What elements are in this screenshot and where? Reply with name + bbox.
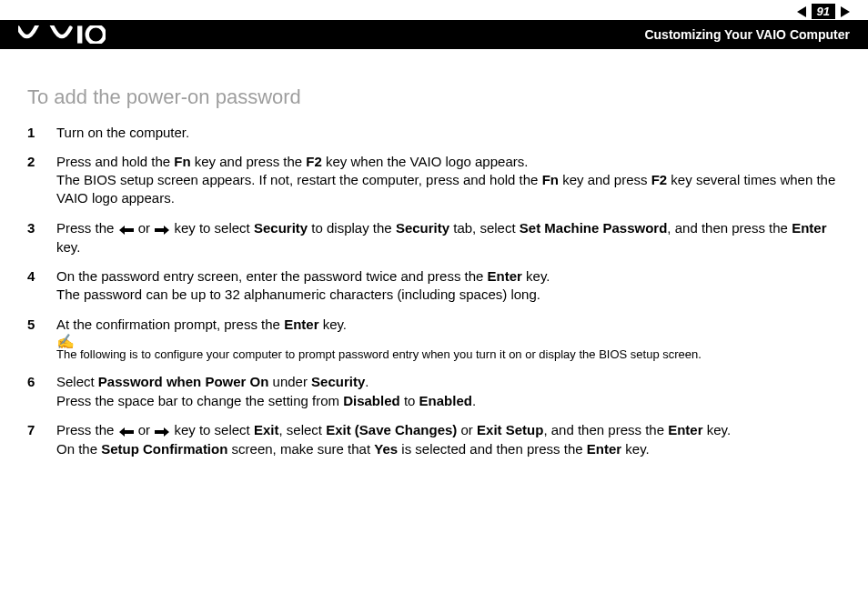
svg-marker-3 xyxy=(155,226,169,235)
key-enter: Enter xyxy=(488,268,522,284)
step-text: On the password entry screen, enter the … xyxy=(56,268,488,284)
step-text: The BIOS setup screen appears. If not, r… xyxy=(56,172,542,187)
header-bar: Customizing Your VAIO Computer xyxy=(0,20,868,49)
step-text: key to select xyxy=(170,422,254,437)
step-text: The password can be up to 32 alphanumeri… xyxy=(56,286,540,302)
step-text: , and then press the xyxy=(543,422,668,437)
page-header: 91 Customizing Your VAIO Computer xyxy=(0,0,868,56)
step-text: Select xyxy=(56,374,98,389)
svg-marker-5 xyxy=(155,427,169,437)
key-enter: Enter xyxy=(284,317,318,332)
svg-marker-4 xyxy=(119,427,134,437)
step-text: Press the xyxy=(56,422,118,437)
step-text: , select xyxy=(278,422,326,437)
step-text: key and press the xyxy=(191,154,307,169)
bold-set-machine-password: Set Machine Password xyxy=(520,220,668,236)
step-text: or xyxy=(457,422,477,437)
step-text: key when the VAIO logo appears. xyxy=(322,154,529,169)
step-4: On the password entry screen, enter the … xyxy=(27,267,841,305)
step-text: Press the space bar to change the settin… xyxy=(56,393,343,408)
key-f2: F2 xyxy=(306,154,322,169)
step-text: key. xyxy=(703,422,732,437)
nav-prev-icon[interactable] xyxy=(797,6,806,17)
key-enter: Enter xyxy=(792,220,826,236)
step-text: Turn on the computer. xyxy=(56,125,189,140)
step-text: key to select xyxy=(170,220,254,236)
step-text: to display the xyxy=(308,220,396,236)
svg-marker-2 xyxy=(119,226,134,235)
key-f2: F2 xyxy=(651,172,668,187)
step-text: under xyxy=(268,374,311,389)
step-text: key and press xyxy=(559,172,651,187)
step-3: Press the or key to select Security to d… xyxy=(27,219,841,256)
vaio-logo xyxy=(18,25,106,44)
step-text: or xyxy=(135,220,155,236)
bold-password-when-power-on: Password when Power On xyxy=(98,374,269,389)
svg-rect-0 xyxy=(77,25,82,43)
step-text: key. xyxy=(522,268,550,284)
section-title: Customizing Your VAIO Computer xyxy=(644,27,850,42)
nav-next-icon[interactable] xyxy=(841,6,850,17)
key-fn: Fn xyxy=(174,154,190,169)
step-7: Press the or key to select Exit, select … xyxy=(27,421,841,458)
step-5: At the confirmation prompt, press the En… xyxy=(27,316,841,363)
arrow-left-icon xyxy=(119,422,134,440)
step-text: is selected and then press the xyxy=(398,441,587,457)
step-text: . xyxy=(472,393,476,408)
page-heading: To add the power-on password xyxy=(27,84,841,111)
bold-enabled: Enabled xyxy=(419,393,472,408)
bold-exit: Exit xyxy=(254,422,279,437)
bold-setup-confirmation: Setup Confirmation xyxy=(101,441,227,457)
page-content: To add the power-on password Turn on the… xyxy=(0,56,868,458)
step-6: Select Password when Power On under Secu… xyxy=(27,373,841,410)
step-text: At the confirmation prompt, press the xyxy=(56,317,284,332)
bold-security: Security xyxy=(396,220,449,236)
page-nav: 91 xyxy=(797,4,850,19)
bold-disabled: Disabled xyxy=(343,393,400,408)
key-fn: Fn xyxy=(542,172,559,187)
note-block: ✍ The following is to configure your com… xyxy=(56,347,841,363)
bold-security: Security xyxy=(311,374,365,389)
step-text: to xyxy=(400,393,419,408)
step-1: Turn on the computer. xyxy=(27,124,841,142)
bold-yes: Yes xyxy=(374,441,398,457)
bold-exit-save-changes: Exit (Save Changes) xyxy=(326,422,457,437)
step-text: tab, select xyxy=(449,220,520,236)
step-text: . xyxy=(365,374,368,389)
step-text: , and then press the xyxy=(667,220,792,236)
step-text: key. xyxy=(621,441,650,457)
arrow-left-icon xyxy=(119,220,134,238)
step-text: key. xyxy=(318,317,347,332)
page-number: 91 xyxy=(812,4,835,19)
key-enter: Enter xyxy=(587,441,621,457)
bold-security: Security xyxy=(254,220,308,236)
step-text: Press the xyxy=(56,220,118,236)
arrow-right-icon xyxy=(155,220,169,238)
note-icon: ✍ xyxy=(56,332,75,352)
steps-list: Turn on the computer. Press and hold the… xyxy=(27,124,841,459)
bold-exit-setup: Exit Setup xyxy=(477,422,543,437)
step-text: key. xyxy=(56,239,80,255)
note-text: The following is to configure your compu… xyxy=(56,347,841,363)
svg-point-1 xyxy=(87,25,105,43)
arrow-right-icon xyxy=(155,422,169,440)
key-enter: Enter xyxy=(668,422,702,437)
step-text: On the xyxy=(56,441,101,457)
step-text: or xyxy=(135,422,155,437)
step-text: screen, make sure that xyxy=(227,441,374,457)
step-2: Press and hold the Fn key and press the … xyxy=(27,153,841,208)
step-text: Press and hold the xyxy=(56,154,174,169)
